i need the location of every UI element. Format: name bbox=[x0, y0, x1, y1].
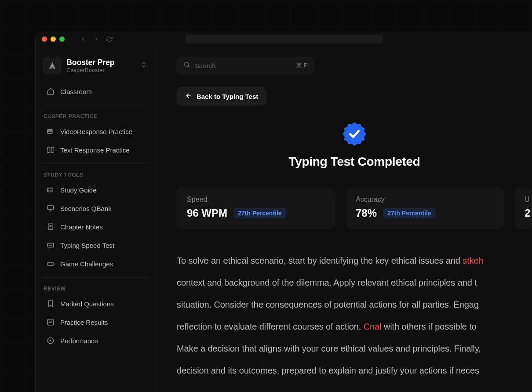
monitor-icon bbox=[46, 204, 55, 213]
sidebar-item-scenarios-qbank[interactable]: Scenerios QBank bbox=[42, 199, 149, 218]
window-close[interactable] bbox=[42, 36, 47, 42]
back-button[interactable]: Back to Typing Test bbox=[177, 87, 266, 105]
page-title: Typing Test Completed bbox=[177, 155, 532, 169]
sidebar-item-label: Typing Speed Test bbox=[60, 242, 114, 249]
sidebar-item-game-challenges[interactable]: Game Challenges bbox=[42, 254, 149, 273]
sidebar-item-classroom[interactable]: Classroom bbox=[42, 82, 149, 101]
brand-title: Booster Prep bbox=[66, 58, 135, 67]
arrow-left-icon bbox=[185, 92, 192, 101]
sidebar-item-label: Classroom bbox=[60, 88, 92, 95]
sidebar-item-label: Game Challenges bbox=[60, 260, 113, 268]
brand-switcher[interactable]: Booster Prep CasperBooster bbox=[42, 57, 149, 82]
reload-icon[interactable] bbox=[106, 36, 113, 43]
url-bar[interactable] bbox=[185, 35, 383, 44]
main-content: Search ⌘ F Back to Typing Test Typing Te… bbox=[156, 46, 532, 392]
sidebar-item-marked-questions[interactable]: Marked Questions bbox=[42, 294, 149, 313]
sidebar-item-label: VideoResponse Practice bbox=[60, 128, 132, 135]
back-button-label: Back to Typing Test bbox=[197, 93, 258, 100]
sidebar-item-label: Marked Questions bbox=[60, 300, 114, 308]
stat-value: 78% bbox=[356, 207, 377, 219]
stat-card-speed: Speed 96 WPM 27th Percentile bbox=[177, 187, 335, 229]
section-header: CASPER PRACTICE bbox=[42, 105, 149, 122]
stat-card-partial: U 2 bbox=[514, 187, 532, 229]
sidebar-item-typing-test[interactable]: Typing Speed Test bbox=[42, 236, 149, 254]
svg-rect-2 bbox=[47, 206, 54, 210]
sidebar-item-performance[interactable]: Performance bbox=[42, 331, 149, 350]
stat-label: Speed bbox=[187, 196, 325, 203]
sidebar-item-chapter-notes[interactable]: Chapter Notes bbox=[42, 218, 149, 236]
nav-back-icon[interactable] bbox=[80, 36, 87, 43]
sidebar: Booster Prep CasperBooster Classroom CAS… bbox=[36, 46, 156, 392]
video-icon bbox=[46, 127, 55, 136]
stat-label: Accuracy bbox=[356, 196, 494, 203]
home-icon bbox=[46, 87, 55, 96]
window-minimize[interactable] bbox=[51, 36, 56, 42]
bookmark-icon bbox=[46, 299, 55, 308]
stat-value: 2 bbox=[525, 207, 530, 219]
sidebar-item-label: Study Guide bbox=[60, 186, 97, 194]
keyboard-icon bbox=[46, 241, 55, 250]
search-icon bbox=[183, 61, 190, 70]
gamepad-icon bbox=[46, 259, 55, 268]
svg-rect-5 bbox=[47, 262, 54, 266]
stat-label: U bbox=[525, 196, 532, 203]
sidebar-item-label: Text Response Practice bbox=[60, 146, 130, 154]
search-placeholder: Search bbox=[195, 62, 292, 69]
sidebar-item-video-response[interactable]: VideoResponse Practice bbox=[42, 122, 149, 141]
notes-icon bbox=[46, 222, 55, 231]
book-icon bbox=[46, 145, 55, 154]
brand-subtitle: CasperBooster bbox=[66, 67, 135, 73]
guide-icon bbox=[46, 185, 55, 194]
chevron-up-down-icon bbox=[140, 61, 147, 70]
sidebar-item-label: Performance bbox=[60, 337, 98, 345]
typo: Cnal bbox=[364, 322, 382, 331]
chart-line-icon bbox=[46, 318, 55, 327]
stat-value: 96 WPM bbox=[187, 207, 227, 219]
app-window: Booster Prep CasperBooster Classroom CAS… bbox=[35, 32, 532, 392]
sidebar-item-study-guide[interactable]: Study Guide bbox=[42, 181, 149, 199]
search-shortcut: ⌘ F bbox=[296, 62, 307, 69]
percentile-badge: 27th Percentile bbox=[233, 208, 286, 218]
sidebar-item-text-response[interactable]: Text Response Practice bbox=[42, 141, 149, 159]
verified-badge-icon bbox=[341, 120, 368, 148]
sidebar-item-label: Chapter Notes bbox=[60, 223, 103, 231]
stat-card-accuracy: Accuracy 78% 27th Percentile bbox=[346, 187, 504, 229]
hero: Typing Test Completed bbox=[177, 120, 532, 169]
brand-icon bbox=[44, 57, 61, 74]
svg-point-8 bbox=[185, 62, 189, 66]
nav-forward-icon[interactable] bbox=[93, 36, 100, 43]
typo: stkeh bbox=[463, 256, 483, 265]
sidebar-item-practice-results[interactable]: Practice Results bbox=[42, 313, 149, 331]
typing-passage: To solve an ethical scenario, start by i… bbox=[177, 250, 532, 381]
chart-bar-icon bbox=[46, 336, 55, 345]
sidebar-item-label: Scenerios QBank bbox=[60, 205, 112, 212]
section-header: REVIEW bbox=[42, 278, 149, 294]
window-maximize[interactable] bbox=[59, 36, 65, 42]
section-header: STUDY TOOLS bbox=[42, 164, 149, 181]
titlebar bbox=[36, 32, 532, 46]
sidebar-item-label: Practice Results bbox=[60, 319, 108, 326]
search-input[interactable]: Search ⌘ F bbox=[177, 57, 314, 74]
percentile-badge: 27th Percentile bbox=[383, 208, 436, 218]
stats-row: Speed 96 WPM 27th Percentile Accuracy 78… bbox=[177, 187, 532, 229]
